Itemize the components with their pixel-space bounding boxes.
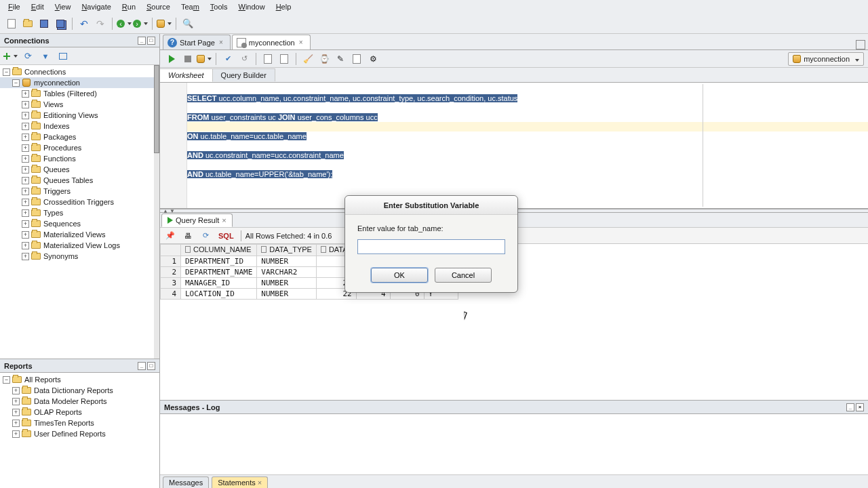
connection-picker[interactable]: myconnection — [788, 52, 864, 66]
tree-root-connections[interactable]: −Connections — [0, 66, 159, 77]
menu-tools[interactable]: Tools — [205, 1, 233, 13]
tree-node[interactable]: +Materialized Views — [0, 229, 159, 240]
tree-node[interactable]: +Packages — [0, 131, 159, 142]
menu-navigate[interactable]: Navigate — [76, 1, 116, 13]
tree-node[interactable]: +Functions — [0, 153, 159, 164]
maximize-icon[interactable]: □ — [147, 37, 155, 45]
msgtab-messages[interactable]: Messages — [163, 476, 209, 488]
db-button[interactable] — [157, 16, 172, 31]
messages-tabstrip: Messages Statements × — [160, 474, 868, 488]
menu-edit[interactable]: Edit — [26, 1, 50, 13]
tree-node[interactable]: +Sequences — [0, 218, 159, 229]
explain-plan-button[interactable] — [260, 52, 275, 66]
pin-button[interactable]: 📌 — [163, 228, 178, 243]
tree-node[interactable]: +Editioning Views — [0, 110, 159, 121]
scrollbar-thumb[interactable] — [154, 65, 159, 153]
menu-team[interactable]: Team — [176, 1, 205, 13]
connections-title: Connections — [4, 37, 50, 45]
subtab-worksheet[interactable]: Worksheet — [160, 68, 213, 82]
menu-file[interactable]: File — [3, 1, 26, 13]
open-button[interactable] — [20, 16, 35, 31]
sql-history-button[interactable]: ⌚ — [317, 52, 332, 66]
maximize-icon[interactable]: □ — [147, 362, 155, 370]
tab-start-page[interactable]: ? Start Page × — [163, 35, 231, 49]
query-result-tab[interactable]: Query Result × — [161, 214, 233, 227]
ok-button[interactable]: OK — [371, 268, 428, 283]
save-all-button[interactable] — [53, 16, 68, 31]
close-icon[interactable]: × — [299, 39, 303, 46]
refresh-button[interactable]: ⟳ — [198, 228, 213, 243]
forward-button[interactable]: › — [133, 16, 148, 31]
menu-source[interactable]: Source — [141, 1, 176, 13]
rollback-button[interactable]: ↺ — [237, 52, 252, 66]
tree-node[interactable]: +Types — [0, 207, 159, 218]
fetch-status: All Rows Fetched: 4 in 0.6 — [245, 232, 332, 240]
print-button[interactable]: 🖶 — [180, 228, 195, 243]
filter-button[interactable]: ▼ — [38, 49, 53, 64]
reports-tree[interactable]: −All Reports +Data Dictionary Reports+Da… — [0, 373, 159, 488]
minimize-icon[interactable]: _ — [138, 362, 146, 370]
menu-run[interactable]: Run — [117, 1, 141, 13]
column-header[interactable]: COLUMN_NAME — [181, 245, 257, 256]
tree-node[interactable]: +Triggers — [0, 186, 159, 197]
tree-connection-myconnection[interactable]: −myconnection — [0, 77, 159, 88]
run-script-button[interactable] — [197, 52, 212, 66]
tool-button[interactable]: ⚙ — [366, 52, 380, 66]
editor-tabstrip: ? Start Page × myconnection × — [160, 34, 868, 50]
tree-root-reports[interactable]: −All Reports — [0, 374, 159, 385]
tab-list-button[interactable] — [856, 40, 865, 49]
refresh-connections-button[interactable]: ⟳ — [20, 49, 35, 64]
tree-node[interactable]: +Queues — [0, 164, 159, 175]
snippet-button[interactable] — [349, 52, 364, 66]
tree-node[interactable]: +Data Dictionary Reports — [0, 385, 159, 396]
tree-node[interactable]: +Tables (Filtered) — [0, 88, 159, 99]
db-icon — [793, 55, 801, 63]
subtab-query-builder[interactable]: Query Builder — [213, 68, 275, 81]
autotrace-button[interactable] — [277, 52, 292, 66]
worksheet-icon — [237, 38, 246, 47]
tree-node[interactable]: +Materialized View Logs — [0, 240, 159, 251]
dialog-label: Enter value for tab_name: — [357, 224, 505, 232]
tab-name-input[interactable] — [357, 239, 505, 254]
close-icon[interactable]: × — [222, 216, 226, 224]
minimize-icon[interactable]: _ — [138, 37, 146, 45]
tab-myconnection[interactable]: myconnection × — [232, 35, 311, 49]
tree-node[interactable]: +Synonyms — [0, 251, 159, 262]
close-icon[interactable]: × — [856, 403, 864, 411]
tree-node[interactable]: +Views — [0, 99, 159, 110]
menu-view[interactable]: View — [50, 1, 77, 13]
tree-node[interactable]: +Indexes — [0, 121, 159, 131]
tree-node[interactable]: +OLAP Reports — [0, 407, 159, 418]
messages-title: Messages - Log — [164, 403, 220, 411]
connections-tree[interactable]: −Connections −myconnection +Tables (Filt… — [0, 65, 159, 359]
tree-node[interactable]: +User Defined Reports — [0, 428, 159, 439]
dialog-title[interactable]: Enter Substitution Variable — [345, 196, 517, 215]
back-button[interactable]: ‹ — [117, 16, 132, 31]
menu-help[interactable]: Help — [271, 1, 297, 13]
new-button[interactable] — [4, 16, 19, 31]
binoculars-button[interactable]: 🔍 — [180, 16, 195, 31]
undo-button[interactable]: ↶ — [77, 16, 92, 31]
run-statement-button[interactable] — [164, 52, 179, 66]
tree-node[interactable]: +Crossedition Triggers — [0, 197, 159, 207]
tree-node[interactable]: +Queues Tables — [0, 175, 159, 186]
menu-window[interactable]: Window — [233, 1, 271, 13]
tree-node[interactable]: +Procedures — [0, 142, 159, 153]
column-header[interactable]: DATA_TYPE — [257, 245, 317, 256]
minimize-icon[interactable]: _ — [846, 403, 854, 411]
format-button[interactable]: ✎ — [333, 52, 348, 66]
expand-button[interactable] — [56, 49, 71, 64]
redo-button[interactable]: ↷ — [93, 16, 108, 31]
cancel-button[interactable]: Cancel — [435, 268, 492, 283]
close-icon[interactable]: × — [219, 39, 223, 46]
sql-label[interactable]: SQL — [216, 232, 237, 240]
save-button[interactable] — [37, 16, 52, 31]
sql-editor[interactable]: SELECT ucc.column_name, uc.constraint_na… — [160, 83, 868, 209]
tree-node[interactable]: +Data Modeler Reports — [0, 396, 159, 407]
commit-button[interactable]: ✔ — [220, 52, 235, 66]
msgtab-statements[interactable]: Statements × — [212, 476, 268, 488]
stop-button[interactable] — [180, 52, 195, 66]
new-connection-button[interactable] — [3, 49, 18, 64]
clear-button[interactable]: 🧹 — [300, 52, 315, 66]
tree-node[interactable]: +TimesTen Reports — [0, 418, 159, 428]
